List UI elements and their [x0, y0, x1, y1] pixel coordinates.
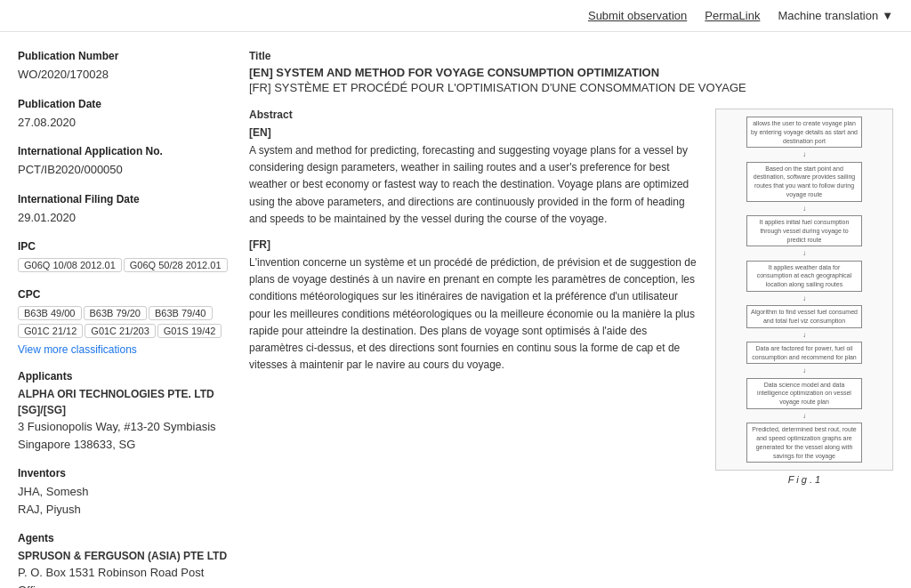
publication-number-value: WO/2020/170028 — [18, 66, 231, 84]
ipc-tag[interactable]: G06Q 10/08 2012.01 — [18, 258, 122, 272]
flow-arrow: ↓ — [802, 149, 806, 159]
intl-filing-section: International Filing Date 29.01.2020 — [18, 193, 231, 227]
flow-arrow: ↓ — [802, 204, 806, 213]
intl-app-label: International Application No. — [18, 145, 231, 157]
intl-filing-value: 29.01.2020 — [18, 209, 231, 227]
intl-app-section: International Application No. PCT/IB2020… — [18, 145, 231, 179]
flow-arrow: ↓ — [802, 330, 806, 340]
inventors-value: JHA, Somesh RAJ, Piyush — [18, 483, 231, 518]
publication-date-section: Publication Date 27.08.2020 — [18, 98, 231, 132]
title-label: Title — [249, 50, 893, 62]
flow-box: It applies initial fuel consumption thro… — [746, 215, 862, 246]
publication-number-section: Publication Number WO/2020/170028 — [18, 50, 231, 84]
cpc-tag[interactable]: G01C 21/203 — [85, 324, 155, 338]
cpc-label: CPC — [18, 288, 231, 301]
agents-section: Agents SPRUSON & FERGUSON (ASIA) PTE LTD… — [18, 532, 231, 588]
cpc-tag[interactable]: B63B 79/20 — [84, 306, 148, 320]
flow-box: Algorithm to find vessel fuel consumed a… — [746, 305, 862, 328]
applicants-name: ALPHA ORI TECHNOLOGIES PTE. LTD [SG]/[SG… — [18, 386, 231, 418]
intl-filing-label: International Filing Date — [18, 193, 231, 205]
title-fr: [FR] SYSTÈME ET PROCÉDÉ POUR L'OPTIMISAT… — [249, 81, 893, 94]
right-panel: Title [EN] SYSTEM AND METHOD FOR VOYAGE … — [249, 50, 893, 588]
applicants-label: Applicants — [18, 370, 231, 383]
ipc-section: IPC G06Q 10/08 2012.01G06Q 50/28 2012.01 — [18, 240, 231, 274]
flow-box: Data science model and data intelligence… — [746, 378, 862, 409]
dropdown-icon: ▼ — [882, 9, 893, 22]
cpc-tag[interactable]: G01C 21/12 — [18, 324, 83, 338]
publication-date-label: Publication Date — [18, 98, 231, 110]
left-panel: Publication Number WO/2020/170028 Public… — [18, 50, 231, 588]
flow-box: Data are factored for power, fuel oil co… — [746, 342, 862, 365]
agents-name: SPRUSON & FERGUSON (ASIA) PTE LTD — [18, 548, 231, 564]
diagram-caption: F i g . 1 — [715, 474, 893, 485]
title-section: Title [EN] SYSTEM AND METHOD FOR VOYAGE … — [249, 50, 893, 94]
top-bar: Submit observation PermaLink Machine tra… — [0, 0, 911, 32]
title-en: [EN] SYSTEM AND METHOD FOR VOYAGE CONSUM… — [249, 66, 893, 79]
flow-box: Predicted, determined best rout, route a… — [746, 423, 862, 463]
ipc-tag[interactable]: G06Q 50/28 2012.01 — [124, 258, 228, 272]
flow-box: allows the user to create voyage plan by… — [746, 117, 862, 148]
cpc-tag[interactable]: B63B 79/40 — [149, 306, 213, 320]
main-content: Publication Number WO/2020/170028 Public… — [0, 32, 911, 588]
flow-arrow: ↓ — [802, 366, 806, 375]
applicants-address: 3 Fusionopolis Way, #13-20 Symbiasis Sin… — [18, 418, 231, 453]
agents-label: Agents — [18, 532, 231, 544]
publication-date-value: 27.08.2020 — [18, 114, 231, 132]
intl-app-value: PCT/IB2020/000050 — [18, 161, 231, 179]
machine-translation-button[interactable]: Machine translation ▼ — [778, 9, 893, 22]
view-more-classifications-link[interactable]: View more classifications — [18, 343, 231, 356]
cpc-tag[interactable]: G01S 19/42 — [157, 324, 222, 338]
permalink-link[interactable]: PermaLink — [705, 9, 760, 22]
inventors-label: Inventors — [18, 467, 231, 479]
flow-arrow: ↓ — [802, 411, 806, 421]
cpc-tag[interactable]: B63B 49/00 — [18, 306, 82, 320]
flow-arrow: ↓ — [802, 248, 806, 258]
flow-box: It applies weather data for consumption … — [746, 261, 862, 292]
machine-translation-label: Machine translation — [778, 9, 878, 22]
ipc-label: IPC — [18, 240, 231, 253]
diagram-area: allows the user to create voyage plan by… — [715, 109, 893, 485]
cpc-section: CPC B63B 49/00B63B 79/20B63B 79/40G01C 2… — [18, 288, 231, 356]
agents-address: P. O. Box 1531 Robinson Road Post Office… — [18, 564, 231, 588]
inventors-section: Inventors JHA, Somesh RAJ, Piyush — [18, 467, 231, 518]
cpc-tags-container: B63B 49/00B63B 79/20B63B 79/40G01C 21/12… — [18, 304, 231, 340]
publication-number-label: Publication Number — [18, 50, 231, 62]
flow-arrow: ↓ — [802, 294, 806, 303]
flow-diagram-inner: allows the user to create voyage plan by… — [723, 117, 885, 463]
flow-diagram: allows the user to create voyage plan by… — [715, 109, 893, 471]
applicants-section: Applicants ALPHA ORI TECHNOLOGIES PTE. L… — [18, 370, 231, 453]
ipc-tags-container: G06Q 10/08 2012.01G06Q 50/28 2012.01 — [18, 256, 231, 274]
flow-box: Based on the start point and destination… — [746, 162, 862, 202]
submit-observation-link[interactable]: Submit observation — [588, 9, 687, 22]
